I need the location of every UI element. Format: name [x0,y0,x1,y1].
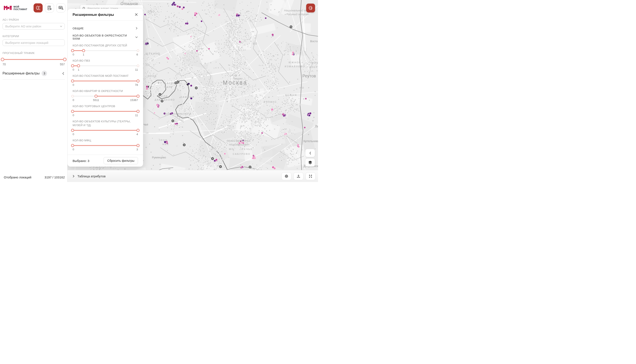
close-icon [135,13,138,16]
traffic-label: ПРОГНОЗНЫЙ ТРАФИК [3,52,65,54]
slider-max-value: 15367 [130,98,138,102]
logo[interactable]: МОЙПОСТАМАТ [4,5,27,11]
logout-button[interactable] [306,4,315,12]
slider-ghost-handle [137,49,139,52]
gear-icon [284,174,289,178]
chevron-left-icon [62,72,65,75]
advanced-filters-label: Расширенные фильтры [3,72,40,75]
chevron-right-icon [72,175,75,178]
download-icon [296,174,301,178]
reset-filters-button[interactable]: Сбросить фильтры [104,157,138,164]
fullscreen-button[interactable] [306,172,315,180]
status-row: Отобрано локаций 3197 / 103162 [4,176,65,179]
download-button[interactable] [294,172,303,180]
slider-track[interactable] [73,64,138,68]
slider-handle-max[interactable] [82,49,85,52]
attributes-table-toggle[interactable]: Таблица атрибутов [72,174,106,178]
filter-slider-row: КОЛ-ВО ТОРГОВЫХ ЦЕНТРОВ011 [73,104,138,118]
status-value: 3197 / 103162 [45,176,65,179]
slider-handle-max[interactable] [77,64,80,68]
section-general[interactable]: ОБЩИЕ [73,24,138,33]
slider-max-value: 11 [135,114,138,117]
slider-min-value: 0 [73,98,74,102]
slider-track[interactable] [73,79,138,83]
monitor-search-icon [58,5,64,10]
chevron-right-icon [135,27,138,30]
traffic-max-value: 557 [60,63,65,66]
modal-body: ОБЩИЕ КОЛ-ВО ОБЪЕКТОВ В ОКРЕСТНОСТИ 500М… [68,20,143,154]
slider-values: 011 [73,114,138,118]
layers-icon [308,160,313,165]
traffic-slider-handle-min[interactable] [1,58,5,61]
arc-icon [308,151,313,156]
slider-handle-min[interactable] [95,95,98,98]
slider-max-value: 6 [136,53,138,56]
ai-analysis-button[interactable] [34,3,43,12]
slider-handle-max[interactable] [137,144,140,147]
selected-count: Выбрано: 3 [73,159,89,162]
slider-track[interactable] [73,110,138,113]
slider-max-value: 11 [135,68,138,71]
layers-button[interactable] [305,158,315,166]
close-button[interactable] [134,12,139,17]
traffic-min-value: 70 [3,63,6,66]
slider-track[interactable] [73,94,138,98]
section-nearby-objects[interactable]: КОЛ-ВО ОБЪЕКТОВ В ОКРЕСТНОСТИ 500М [73,33,138,42]
slider-handle-max[interactable] [137,110,140,113]
traffic-values: 70 557 [3,63,65,66]
slider-ghost-handle [71,95,74,98]
slider-values: 0551115367 [73,98,138,102]
slider-track[interactable] [73,49,138,52]
slider-max-value: 3 [136,148,138,151]
fullscreen-icon [308,174,313,178]
filter-slider-row: КОЛ-ВО ПВЗ0111 [73,59,138,72]
categories-label: КАТЕГОРИИ [3,34,65,38]
ao-district-select[interactable] [3,23,65,30]
slider-min-value: 0 [73,148,74,151]
categories-select[interactable] [3,40,65,46]
slider-values: 0111 [73,68,138,72]
slider-label: КОЛ-ВО КВАРТИР В ОКРЕСТНОСТИ [73,89,138,93]
slider-handle-min[interactable] [71,129,74,132]
slider-handle-max[interactable] [137,129,140,132]
slider-track[interactable] [73,144,138,147]
traffic-slider-handle-max[interactable] [63,58,67,61]
slider-track[interactable] [73,129,138,132]
advanced-filters-modal: Расширенные фильтры ОБЩИЕ КОЛ-ВО ОБЪЕКТО… [68,9,143,166]
report-settings-button[interactable] [45,3,54,12]
status-label: Отобрано локаций [4,176,32,179]
slider-handle-min[interactable] [71,80,74,83]
logo-mark [4,5,12,11]
logo-text: МОЙПОСТАМАТ [14,6,27,10]
brain-circuit-icon [36,5,41,11]
slider-values: 078 [73,83,138,87]
logout-icon [308,6,313,10]
chevron-down-icon [135,36,138,38]
slider-min-value: 0 [73,68,74,71]
sidebar: МОЙПОСТАМАТ АО / РАЙОН КАТЕГОРИИ [0,0,68,182]
slider-min-value: 0 [73,114,74,117]
slider-handle-max[interactable] [137,80,140,83]
advanced-filters-toggle[interactable]: Расширенные фильтры 3 [3,71,65,80]
report-settings-icon [47,5,52,10]
slider-ghost-handle [137,64,139,67]
settings-button[interactable] [282,172,291,180]
slider-handle-max[interactable] [137,95,140,98]
categories-input[interactable] [5,41,63,45]
traffic-slider[interactable] [3,58,65,61]
slider-handle-min[interactable] [71,64,74,68]
slider-label: КОЛ-ВО ПОСТАМАТОВ ДРУГИХ СЕТЕЙ [73,44,138,48]
ao-district-input[interactable] [5,24,60,28]
filter-slider-row: КОЛ-ВО КВАРТИР В ОКРЕСТНОСТИ0551115367 [73,89,138,102]
slider-label: КОЛ-ВО ПВЗ [73,59,138,63]
arc-tool-button[interactable] [305,149,315,157]
map-area: ОтрадноеНациональный парк«Лосиный остров… [68,0,318,182]
modal-title: Расширенные фильтры [73,13,114,17]
slider-handle-min[interactable] [71,49,74,52]
attributes-table-label: Таблица атрибутов [78,174,106,178]
slider-max-value: 4 [136,133,138,136]
slider-handle-min[interactable] [71,144,74,147]
slider-handle-min[interactable] [71,110,74,113]
search-analytics-button[interactable] [56,3,66,12]
filter-slider-row: КОЛ-ВО ПОСТАМАТОВ ДРУГИХ СЕТЕЙ016 [73,44,138,57]
